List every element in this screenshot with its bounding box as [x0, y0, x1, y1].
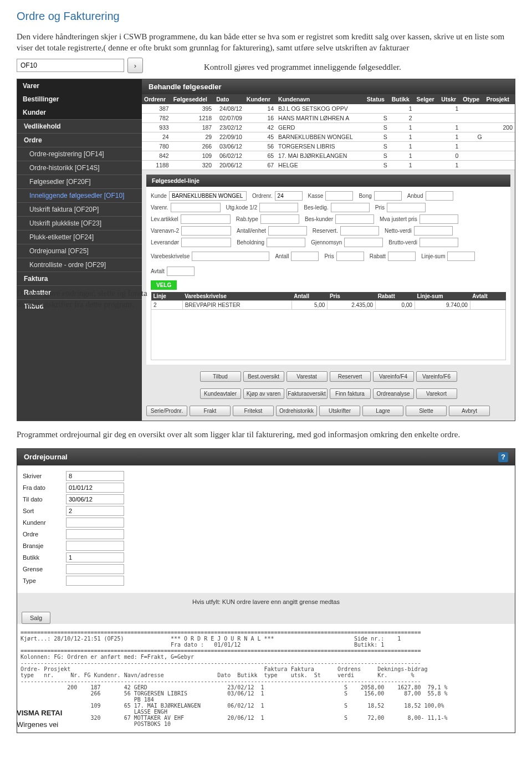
avtalt-input[interactable] [167, 267, 195, 276]
reservert-input[interactable] [340, 226, 379, 236]
oj-input[interactable] [66, 494, 124, 504]
oj-input[interactable] [66, 564, 124, 574]
sidebar-item[interactable]: Inneliggende følgesedler [OF10] [17, 188, 142, 202]
cell: 24 [142, 132, 171, 142]
bruttoverdi-input[interactable] [420, 238, 458, 247]
antall-label: Antall [275, 253, 289, 259]
action-button[interactable]: Kundeavtaler [200, 388, 241, 399]
nettoverdi-input[interactable] [414, 226, 453, 236]
action-button[interactable]: Lagre [362, 406, 403, 416]
table-row[interactable]: 242922/09/1045BARNEKLUBBEN WONGELS11G [142, 132, 515, 142]
orders-table: OrdrenrFølgeseddelDatoKundenrKundenavnSt… [142, 94, 515, 170]
sidebar-item[interactable]: Utskrift faktura [OF20P] [17, 202, 142, 216]
action-button[interactable]: Slette [406, 406, 447, 416]
rabatt-input[interactable] [388, 252, 416, 261]
oj-input[interactable] [66, 471, 124, 481]
beskunder-input[interactable] [335, 214, 374, 224]
bong-input[interactable] [374, 191, 402, 201]
mvajust-input[interactable] [420, 214, 458, 224]
oj-input[interactable] [66, 541, 124, 551]
oj-input[interactable] [66, 483, 124, 493]
varebeskrivelse-label: Varebeskrivelse [151, 253, 190, 259]
sidebar-item[interactable]: Ordre-historikk [OF14S] [17, 161, 142, 175]
action-button[interactable]: Vareinfo/F4 [373, 371, 414, 382]
action-button[interactable]: Tilbud [200, 371, 241, 382]
of10-input[interactable] [17, 59, 124, 72]
sidebar-item[interactable]: Ordrejournal [OF25] [17, 244, 142, 258]
antallenhet-input[interactable] [268, 226, 307, 236]
table-row[interactable]: 782121802/07/0916HANS MARTIN LØHREN AS2 [142, 114, 515, 123]
sidebar-item[interactable]: Ordre-registrering [OF14] [17, 147, 142, 161]
action-button[interactable]: Ordrehistorikk [276, 406, 317, 416]
nettoverdi-label: Netto-verdi [385, 228, 412, 234]
oj-label: Bransje [23, 542, 66, 549]
sidebar-item[interactable]: Utskrift plukkliste [OF23] [17, 216, 142, 230]
action-button[interactable]: Vareinfo/F6 [416, 371, 457, 382]
oj-label: Grense [23, 566, 66, 572]
col-header: Kundenavn [276, 94, 365, 104]
col-header: Selger [415, 94, 439, 104]
table-row[interactable]: 38739524/08/1214BJ.L OG SETSKOG OPPV11 [142, 104, 515, 114]
sidebar-item[interactable]: Vedlikehold [17, 119, 142, 133]
action-button[interactable]: Utskrifter [319, 406, 360, 416]
table-row[interactable]: 118832020/06/1267HELGES11 [142, 161, 515, 170]
action-button[interactable]: Fakturaoversikt [287, 388, 328, 399]
sidebar-top-kunder[interactable]: Kunder [17, 106, 142, 119]
help-icon[interactable]: ? [498, 452, 508, 462]
pris-input[interactable] [387, 203, 426, 212]
table-row[interactable]: 93318723/02/1242GERDS11200 [142, 123, 515, 132]
action-button[interactable]: Ordreanalyse [373, 388, 414, 399]
varenr-input[interactable] [171, 203, 221, 212]
table-row[interactable]: 78026603/06/1256TORGERSEN LIBRISS11 [142, 142, 515, 151]
utgkode-input[interactable] [259, 203, 298, 212]
action-button[interactable]: Varekort [416, 388, 457, 399]
action-button[interactable]: Finn faktura [330, 388, 371, 399]
ordrenr-input[interactable] [275, 191, 303, 201]
varenavn2-input[interactable] [181, 226, 231, 236]
cell [461, 104, 484, 114]
rabtype-input[interactable] [260, 214, 299, 224]
leverandor-input[interactable] [181, 238, 231, 247]
sidebar-top-bestillinger[interactable]: Bestillinger [17, 93, 142, 106]
salg-button[interactable]: Salg [22, 612, 50, 624]
action-button[interactable]: Frakt [190, 406, 231, 416]
oj-input[interactable] [66, 529, 124, 539]
cell: 320 [171, 161, 214, 170]
oj-row: Kundenr [23, 518, 509, 528]
cell [461, 151, 484, 161]
oj-input[interactable] [66, 506, 124, 516]
antall-input[interactable] [291, 252, 319, 261]
sidebar-item[interactable]: Kontrolliste - ordre [OF29] [17, 258, 142, 272]
action-button[interactable]: Fritekst [233, 406, 274, 416]
kunde-input[interactable] [169, 191, 247, 201]
levartikkel-input[interactable] [181, 214, 231, 224]
anbud-input[interactable] [426, 191, 453, 201]
action-button[interactable]: Best.oversikt [243, 371, 284, 382]
oj-input[interactable] [66, 518, 124, 528]
sidebar-item[interactable]: Plukk-etiketter [OF24] [17, 230, 142, 244]
beskunder-label: Bes-kunder [305, 216, 333, 222]
oj-input[interactable] [66, 576, 124, 586]
besledig-input[interactable] [331, 203, 370, 212]
action-button[interactable]: Kjøp av varen [243, 388, 284, 399]
table-row[interactable]: 84210906/02/126517. MAI BJØRKELANGENS10 [142, 151, 515, 161]
varebeskrivelse-input[interactable] [192, 252, 269, 261]
pris2-input[interactable] [336, 252, 364, 261]
varenavn2-label: Varenavn-2 [151, 228, 179, 234]
linjesum-input[interactable] [447, 252, 475, 261]
of10-go-button[interactable]: › [127, 58, 143, 73]
oj-input[interactable] [66, 552, 124, 562]
sidebar-top-varer[interactable]: Varer [17, 79, 142, 93]
gjennomsyn-input[interactable] [344, 238, 383, 247]
sidebar-item[interactable]: Følgesedler [OF20F] [17, 175, 142, 188]
kasse-input[interactable] [325, 191, 353, 201]
action-button[interactable]: Avbryt [449, 406, 490, 416]
sidebar-item[interactable]: Ordre [17, 133, 142, 147]
action-button[interactable]: Reservert [330, 371, 371, 382]
beholdning-input[interactable] [267, 238, 305, 247]
action-button[interactable]: Serie/Prodnr. [146, 406, 187, 416]
cell: S [365, 132, 390, 142]
sidebar-item[interactable]: Faktura [17, 272, 142, 285]
oj-label: Sort [23, 508, 66, 514]
action-button[interactable]: Varestat [287, 371, 328, 382]
